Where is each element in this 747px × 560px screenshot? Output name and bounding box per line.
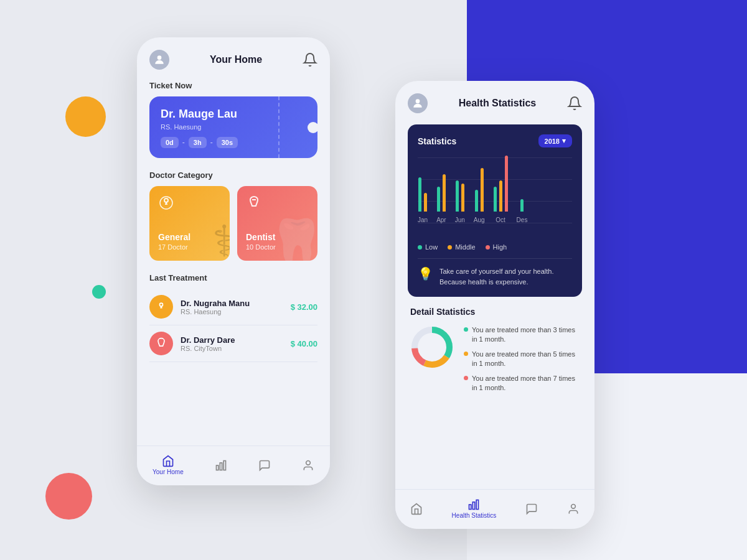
- legend-label-high: High: [493, 243, 507, 251]
- right-bell-icon[interactable]: [567, 96, 582, 111]
- treatment-name-1: Dr. Nugraha Manu: [181, 299, 291, 308]
- chart-group-aug: Aug: [474, 168, 485, 223]
- nav-stats[interactable]: [215, 459, 227, 472]
- right-nav-stats-label: Health Statistics: [452, 512, 497, 519]
- category-general-name: General: [158, 232, 221, 242]
- nav-chat[interactable]: [258, 459, 271, 472]
- detail-dot-2: [464, 352, 468, 356]
- svg-point-7: [306, 460, 311, 465]
- bar-oct-low: [494, 187, 497, 212]
- treatment-icon-2: [149, 332, 173, 355]
- treatment-price-2: $ 40.00: [291, 339, 317, 348]
- bar-aug-mid: [481, 168, 484, 212]
- legend-low: Low: [418, 243, 438, 251]
- treatment-item-2[interactable]: Dr. Darry Dare RS. CityTown $ 40.00: [149, 325, 317, 362]
- ticket-timer: 0d - 3h - 30s: [161, 137, 306, 148]
- treatment-item-1[interactable]: Dr. Nugraha Manu RS. Haesung $ 32.00: [149, 289, 317, 325]
- stats-card: Statistics 2018 ▾: [408, 124, 582, 297]
- treatment-hospital-2: RS. CityTown: [181, 345, 291, 352]
- bar-jan-mid: [424, 193, 427, 212]
- year-label: 2018: [545, 138, 560, 145]
- timer-seconds: 30s: [217, 137, 238, 148]
- timer-hours: 3h: [189, 137, 207, 148]
- category-general[interactable]: ⚕ General 17 Doctor: [149, 186, 230, 261]
- right-phone: Health Statistics Statistics 2018 ▾: [395, 81, 594, 529]
- right-nav-chat[interactable]: [525, 503, 538, 515]
- right-page-title: Health Statistics: [459, 98, 536, 109]
- stats-title: Statistics: [418, 136, 456, 146]
- chart-group-des: Des: [517, 199, 528, 223]
- chart-group-jan: Jan: [418, 177, 428, 223]
- ticket-card[interactable]: Dr. Mauge Lau RS. Haesung 0d - 3h - 30s: [149, 96, 317, 158]
- chart-label-jun: Jun: [455, 217, 465, 223]
- detail-item-1: You are treated more than 3 times in 1 m…: [464, 325, 580, 345]
- detail-list: You are treated more than 3 times in 1 m…: [464, 325, 580, 398]
- tip-box: 💡 Take care of yourself and your health.…: [418, 258, 572, 287]
- bar-jun-low: [456, 180, 459, 212]
- legend-middle: Middle: [448, 243, 475, 251]
- general-bg-decoration: ⚕: [212, 216, 230, 261]
- chart-area: Jan Apr: [418, 157, 572, 238]
- left-bottom-nav: Your Home: [137, 446, 330, 485]
- legend-dot-middle: [448, 245, 452, 250]
- svg-point-0: [157, 55, 162, 60]
- right-bottom-nav: Health Statistics: [395, 489, 594, 529]
- chart-group-apr: Apr: [436, 174, 446, 223]
- chart-group-jun: Jun: [455, 180, 465, 223]
- chart-label-des: Des: [517, 217, 528, 223]
- bar-jan-low: [418, 177, 421, 212]
- dentist-bg-decoration: 🦷: [270, 216, 317, 261]
- chevron-down-icon: ▾: [562, 137, 566, 145]
- detail-dot-1: [464, 327, 468, 332]
- chart-legend: Low Middle High: [418, 243, 572, 251]
- right-nav-home[interactable]: [410, 503, 423, 515]
- nav-profile[interactable]: [302, 459, 314, 472]
- detail-section: Detail Statistics You are treated more t…: [408, 307, 582, 398]
- svg-rect-6: [223, 460, 225, 470]
- tip-text: Take care of yourself and your health. B…: [439, 266, 572, 287]
- ticket-hospital: RS. Haesung: [161, 123, 306, 131]
- bar-oct-high: [505, 156, 508, 212]
- detail-text-3: You are treated more than 7 times in 1 m…: [472, 374, 580, 393]
- legend-dot-low: [418, 245, 422, 250]
- decorative-circle-yellow: [65, 96, 106, 137]
- left-phone: Your Home Ticket Now Dr. Mauge Lau RS. H…: [137, 37, 330, 485]
- legend-high: High: [486, 243, 507, 251]
- bar-jun-mid: [461, 184, 464, 212]
- treatment-hospital-1: RS. Haesung: [181, 308, 291, 315]
- detail-content: You are treated more than 3 times in 1 m…: [410, 325, 580, 398]
- category-general-count: 17 Doctor: [158, 243, 221, 251]
- detail-item-3: You are treated more than 7 times in 1 m…: [464, 374, 580, 393]
- svg-point-8: [416, 99, 420, 103]
- chart-label-jan: Jan: [418, 217, 428, 223]
- year-badge[interactable]: 2018 ▾: [538, 134, 572, 147]
- category-grid: ⚕ General 17 Doctor 🦷 Dentist 10 Doctor: [149, 186, 317, 261]
- detail-text-2: You are treated more than 5 times in 1 m…: [472, 350, 580, 369]
- treatment-info-2: Dr. Darry Dare RS. CityTown: [181, 335, 291, 352]
- nav-home[interactable]: Your Home: [153, 455, 184, 475]
- svg-point-16: [571, 504, 576, 508]
- ticket-section-label: Ticket Now: [149, 81, 317, 90]
- detail-text-1: You are treated more than 3 times in 1 m…: [472, 325, 580, 345]
- detail-dot-3: [464, 376, 468, 380]
- legend-label-middle: Middle: [455, 243, 475, 251]
- treatment-price-1: $ 32.00: [291, 302, 317, 312]
- bell-icon[interactable]: [303, 52, 317, 67]
- svg-rect-5: [220, 462, 222, 470]
- treatment-list: Dr. Nugraha Manu RS. Haesung $ 32.00 Dr.…: [149, 289, 317, 446]
- svg-rect-13: [469, 505, 471, 510]
- category-section-label: Doctor Category: [149, 170, 317, 180]
- ticket-doctor-name: Dr. Mauge Lau: [161, 108, 306, 121]
- chart-label-apr: Apr: [436, 217, 446, 223]
- right-nav-profile[interactable]: [567, 503, 580, 515]
- decorative-circle-red: [45, 473, 92, 520]
- general-icon: [157, 194, 176, 212]
- nav-home-label: Your Home: [153, 469, 184, 475]
- right-nav-stats[interactable]: Health Statistics: [452, 498, 497, 519]
- svg-point-1: [164, 198, 168, 202]
- timer-days: 0d: [161, 137, 179, 148]
- category-dentist[interactable]: 🦷 Dentist 10 Doctor: [237, 186, 317, 261]
- stats-header: Statistics 2018 ▾: [418, 134, 572, 147]
- avatar: [149, 50, 169, 70]
- bar-apr-low: [437, 187, 440, 212]
